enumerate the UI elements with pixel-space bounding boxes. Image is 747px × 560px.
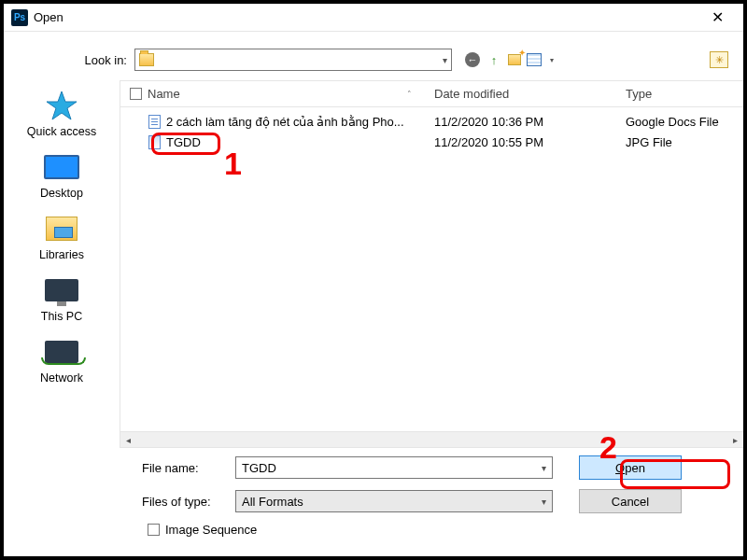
titlebar: Ps Open ✕ xyxy=(4,4,743,32)
scroll-right-icon[interactable]: ▸ xyxy=(727,432,743,448)
select-all-checkbox[interactable] xyxy=(130,88,142,100)
file-list: 2 cách làm tăng độ nét của ảnh bằng Pho.… xyxy=(120,107,743,431)
open-rest: pen xyxy=(625,461,645,475)
folder-icon xyxy=(139,53,154,66)
place-label: Desktop xyxy=(40,187,83,200)
nav-icons: ← ↑ ▾ xyxy=(465,51,560,68)
new-folder-icon[interactable] xyxy=(508,54,521,65)
chevron-down-icon[interactable]: ▾ xyxy=(542,497,546,507)
lookin-combo[interactable]: ▾ xyxy=(134,49,452,71)
annotation-label-1: 1 xyxy=(224,146,242,182)
place-label: Libraries xyxy=(39,248,84,261)
place-libraries[interactable]: Libraries xyxy=(4,213,120,261)
filename-label: File name: xyxy=(142,461,235,475)
column-type[interactable]: Type xyxy=(620,87,743,101)
file-type: JPG File xyxy=(620,135,743,149)
filetype-value: All Formats xyxy=(242,495,303,509)
svg-marker-0 xyxy=(47,91,77,119)
desktop-icon xyxy=(44,155,79,179)
filetype-combo[interactable]: All Formats ▾ xyxy=(235,490,553,512)
place-desktop[interactable]: Desktop xyxy=(4,151,120,200)
file-name: TGDD xyxy=(166,135,201,149)
filename-value: TGDD xyxy=(242,461,276,475)
file-row[interactable]: TGDD 11/2/2020 10:55 PM JPG File xyxy=(120,132,743,152)
network-icon xyxy=(45,341,78,363)
annotation-label-2: 2 xyxy=(599,429,617,466)
file-list-pane: Name ˄ Date modified Type 2 cách làm tăn… xyxy=(120,80,743,448)
horizontal-scrollbar[interactable]: ◂ ▸ xyxy=(120,431,743,447)
view-menu-drop-icon[interactable]: ▾ xyxy=(543,51,560,68)
place-this-pc[interactable]: This PC xyxy=(4,274,120,323)
scroll-left-icon[interactable]: ◂ xyxy=(120,432,136,448)
place-label: This PC xyxy=(41,310,82,323)
place-label: Network xyxy=(40,371,83,385)
places-bar: Quick access Desktop Libraries This PC N… xyxy=(4,80,120,448)
up-one-level-icon[interactable]: ↑ xyxy=(486,51,502,68)
column-headers: Name ˄ Date modified Type xyxy=(120,81,743,107)
file-date: 11/2/2020 10:55 PM xyxy=(429,135,620,149)
quick-access-icon xyxy=(46,90,78,121)
lookin-label: Look in: xyxy=(13,53,134,67)
place-label: Quick access xyxy=(27,125,96,138)
back-icon[interactable]: ← xyxy=(465,52,480,67)
close-button[interactable]: ✕ xyxy=(698,8,736,26)
sort-indicator-icon: ˄ xyxy=(407,90,412,99)
this-pc-icon xyxy=(45,279,78,301)
file-date: 11/2/2020 10:36 PM xyxy=(429,115,620,129)
photoshop-icon: Ps xyxy=(11,9,28,26)
place-network[interactable]: Network xyxy=(4,336,120,385)
chevron-down-icon: ▾ xyxy=(443,55,447,65)
window-title: Open xyxy=(34,10,698,24)
open-dialog: Ps Open ✕ Look in: ▾ ← ↑ ▾ ✳ Quick acces… xyxy=(4,4,743,556)
file-name: 2 cách làm tăng độ nét của ảnh bằng Pho.… xyxy=(166,115,404,129)
file-row[interactable]: 2 cách làm tăng độ nét của ảnh bằng Pho.… xyxy=(120,111,743,132)
cancel-button[interactable]: Cancel xyxy=(579,489,682,513)
filetype-label: Files of type: xyxy=(142,495,235,509)
place-quick-access[interactable]: Quick access xyxy=(4,90,120,138)
column-date[interactable]: Date modified xyxy=(429,87,620,101)
image-sequence-checkbox[interactable] xyxy=(148,524,160,536)
filename-input[interactable]: TGDD ▾ xyxy=(235,456,553,479)
column-name[interactable]: Name ˄ xyxy=(120,87,429,101)
open-button[interactable]: Open xyxy=(579,455,682,480)
extra-toolbar-icon[interactable]: ✳ xyxy=(710,51,728,68)
column-name-label: Name xyxy=(148,87,180,101)
image-sequence-label: Image Sequence xyxy=(165,523,257,537)
document-icon xyxy=(148,115,161,129)
view-menu-icon[interactable] xyxy=(527,53,542,66)
libraries-icon xyxy=(46,217,78,241)
image-file-icon xyxy=(148,135,161,149)
chevron-down-icon[interactable]: ▾ xyxy=(542,463,546,473)
file-type: Google Docs File xyxy=(620,115,743,129)
